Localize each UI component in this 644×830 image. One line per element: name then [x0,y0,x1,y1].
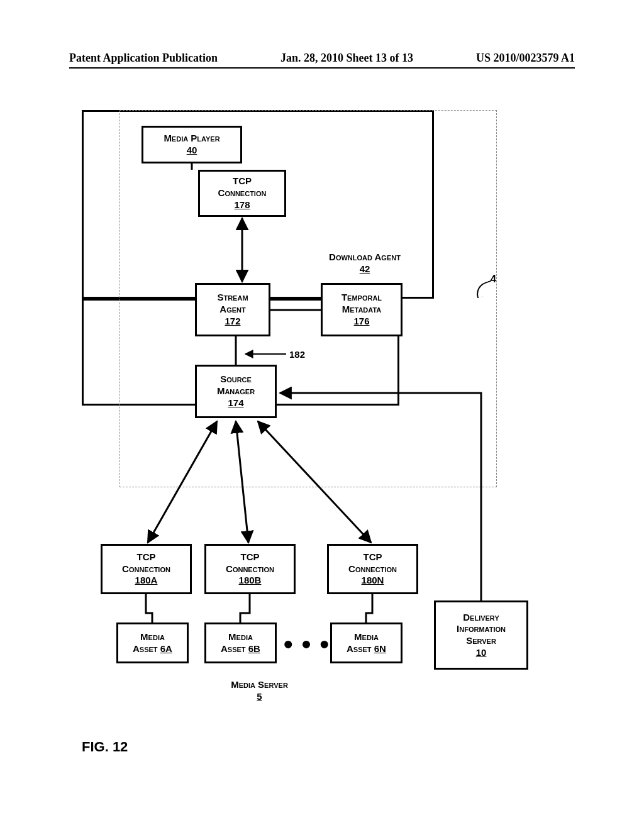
download-agent-ref: 42 [360,263,370,274]
page-header: Patent Application Publication Jan. 28, … [69,52,575,69]
asset6b-label1: Media [228,631,253,643]
temporal-ref: 176 [353,316,369,328]
stream-agent-box: Stream Agent 172 [195,283,270,336]
tcp180b-ref: 180B [239,575,262,587]
tcp180a-label1: TCP [137,551,156,563]
tcp178-label2: Connection [218,187,267,199]
ref-4-label: 4 [491,274,496,285]
media-server-label: Media Server 5 [101,679,418,703]
tcp178-label1: TCP [233,175,252,187]
asset6n-label1: Media [354,631,379,643]
stream-agent-label2: Agent [219,304,245,316]
delivery-label1: Delivery [463,612,499,624]
temporal-label2: Metadata [342,304,382,316]
asset6a-label1: Media [140,631,165,643]
header-left: Patent Application Publication [69,52,218,65]
source-mgr-label1: Source [220,374,252,385]
asset6n-ref: 6N [374,643,386,654]
tcp-connection-178-box: TCP Connection 178 [198,170,286,217]
asset6a-ref: 6A [160,643,172,654]
source-mgr-label2: Manager [217,385,255,397]
asset6n-label2: Asset [347,643,372,654]
tcp-connection-180a-box: TCP Connection 180A [101,544,192,594]
diagram: Media Player 40 TCP Connection 178 Downl… [82,110,553,739]
media-asset-6a-box: Media Asset 6A [116,622,189,663]
delivery-info-server-box: Delivery Information Server 10 [434,600,528,670]
tcp178-ref: 178 [234,199,250,211]
stream-agent-label1: Stream [217,292,248,304]
header-right: US 2010/0023579 A1 [476,52,575,65]
tcp180n-label1: TCP [364,551,382,563]
tcp180b-label1: TCP [241,551,260,563]
temporal-metadata-box: Temporal Metadata 176 [321,283,402,336]
media-asset-6b-box: Media Asset 6B [204,622,277,663]
media-server-ref: 5 [257,691,262,702]
media-player-ref: 40 [187,145,197,157]
asset6b-ref: 6B [248,643,260,654]
ref-182-label: 182 [289,349,305,360]
stream-agent-ref: 172 [225,316,240,328]
download-agent-text: Download Agent [329,252,401,262]
tcp180n-label2: Connection [348,563,397,575]
media-player-label: Media Player [164,133,219,145]
source-manager-box: Source Manager 174 [195,365,277,418]
delivery-ref: 10 [476,647,487,659]
page: Patent Application Publication Jan. 28, … [0,0,644,830]
tcp180b-label2: Connection [226,563,274,575]
source-mgr-ref: 174 [228,397,243,409]
tcp180a-ref: 180A [135,575,158,587]
tcp180n-ref: 180N [362,575,384,587]
ellipsis-dots: ● ● ● [283,634,331,654]
header-center: Jan. 28, 2010 Sheet 13 of 13 [280,52,413,65]
tcp-connection-180n-box: TCP Connection 180N [327,544,418,594]
download-agent-label: Download Agent 42 [302,252,428,275]
media-asset-6n-box: Media Asset 6N [330,622,402,663]
client-container-dashed [119,110,497,487]
delivery-label2: Information [457,623,506,635]
figure-label: FIG. 12 [82,739,128,755]
temporal-label1: Temporal [341,292,382,304]
tcp-connection-180b-box: TCP Connection 180B [204,544,296,594]
media-player-box: Media Player 40 [142,126,242,163]
delivery-label3: Server [466,635,496,647]
media-server-text: Media Server [231,679,288,690]
tcp180a-label2: Connection [122,563,170,575]
asset6a-label2: Asset [133,643,158,654]
asset6b-label2: Asset [221,643,246,654]
